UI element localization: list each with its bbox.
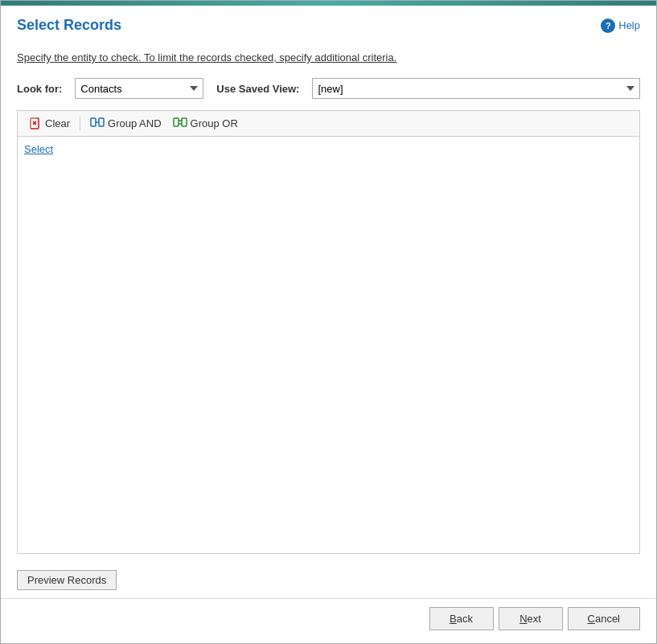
select-link[interactable]: Select <box>24 143 53 155</box>
instruction-text: Specify the entity to check. To limit th… <box>17 51 640 64</box>
filter-toolbar: Clear Group AND <box>17 110 640 136</box>
look-for-label: Look for: <box>17 83 62 95</box>
clear-label: Clear <box>45 117 70 129</box>
next-button[interactable]: Next <box>499 607 563 630</box>
clear-button[interactable]: Clear <box>24 116 75 132</box>
help-icon: ? <box>601 18 615 33</box>
group-or-button[interactable]: Group OR <box>168 114 243 133</box>
footer-buttons: Back Next Cancel <box>1 598 656 643</box>
lookup-row: Look for: Contacts Accounts Leads Opport… <box>17 78 640 99</box>
back-label: Back <box>450 613 473 625</box>
instruction-before: Specify the entity to check. To <box>17 51 158 64</box>
instruction-underline: limit <box>158 51 176 64</box>
cancel-button[interactable]: Cancel <box>568 607 640 630</box>
group-and-icon <box>90 116 105 131</box>
cancel-label: Cancel <box>588 613 620 625</box>
look-for-select[interactable]: Contacts Accounts Leads Opportunities <box>75 78 203 99</box>
instruction-after: the records checked, specify additional … <box>176 51 396 64</box>
svg-rect-6 <box>174 118 179 126</box>
saved-view-label: Use Saved View: <box>216 83 299 95</box>
dialog-header: Select Records ? Help <box>1 6 656 40</box>
help-link[interactable]: ? Help <box>601 18 640 33</box>
group-or-icon <box>173 116 187 131</box>
footer-preview: Preview Records <box>1 562 656 598</box>
group-or-label: Group OR <box>191 117 238 129</box>
filter-area: Select <box>17 136 640 554</box>
clear-icon <box>29 117 42 130</box>
svg-rect-7 <box>182 118 187 126</box>
select-records-dialog: Select Records ? Help Specify the entity… <box>0 0 657 644</box>
preview-records-button[interactable]: Preview Records <box>17 570 117 590</box>
group-and-button[interactable]: Group AND <box>85 114 166 133</box>
saved-view-select[interactable]: [new] Active Contacts My Contacts <box>312 78 640 99</box>
next-label: Next <box>519 613 541 625</box>
dialog-body: Specify the entity to check. To limit th… <box>1 40 656 562</box>
svg-rect-4 <box>99 118 104 126</box>
help-label: Help <box>618 19 640 31</box>
dialog-title: Select Records <box>17 17 121 34</box>
back-button[interactable]: Back <box>429 607 494 630</box>
toolbar-separator-1 <box>80 117 80 131</box>
svg-rect-3 <box>91 118 96 126</box>
group-and-label: Group AND <box>108 117 161 129</box>
